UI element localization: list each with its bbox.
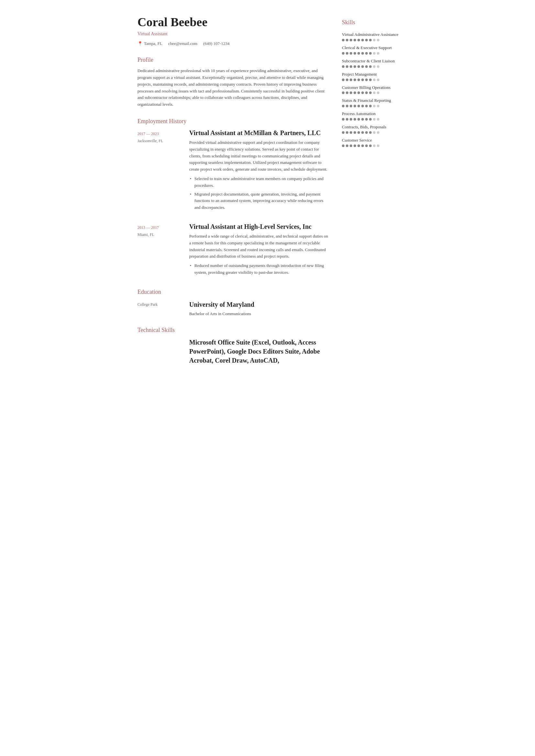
skill-dot (342, 145, 345, 147)
job-1-dates: 2017 — 2023 (137, 131, 189, 137)
job-1-location: Jacksonville, FL (137, 138, 189, 144)
skill-dot (346, 65, 348, 68)
skill-name-2: Subcontractor & Client Liaison (342, 59, 405, 64)
list-item: Migrated project documentation, quote ge… (189, 191, 329, 211)
skill-dot (377, 118, 380, 121)
job-entry-2: 2013 — 2017 Miami, FL Virtual Assistant … (137, 223, 329, 278)
skill-item-2: Subcontractor & Client Liaison (342, 59, 405, 68)
skill-item-7: Contracts, Bids, Proposals (342, 124, 405, 134)
skill-dot (361, 52, 364, 55)
employment-title: Employment History (137, 117, 329, 126)
job-2-right: Virtual Assistant at High-Level Services… (189, 223, 329, 278)
location-item: 📍 Tampa, FL (137, 40, 162, 47)
skill-dots-4 (342, 92, 405, 94)
skill-name-3: Project Management (342, 72, 405, 77)
skill-dot (377, 79, 380, 81)
skill-dot (353, 79, 356, 81)
skill-dot (365, 145, 368, 147)
skill-dot (369, 79, 372, 81)
technical-skills-section: Technical Skills Microsoft Office Suite … (137, 326, 329, 365)
skill-dot (365, 52, 368, 55)
skill-dot (342, 118, 345, 121)
contact-line: 📍 Tampa, FL cbee@email.com (649) 107-123… (137, 40, 329, 47)
skill-dot (342, 39, 345, 41)
job-1-right: Virtual Assistant at McMillan & Partners… (189, 129, 329, 213)
skill-dot (346, 118, 348, 121)
skill-dots-2 (342, 65, 405, 68)
skill-dot (377, 65, 380, 68)
skill-dot (346, 145, 348, 147)
skill-item-4: Customer Billing Operations (342, 85, 405, 94)
skill-dot (350, 79, 352, 81)
skills-list: Virtual Administrative AssistanceClerica… (342, 32, 405, 147)
skill-dot (353, 131, 356, 134)
job-1-left: 2017 — 2023 Jacksonville, FL (137, 129, 189, 213)
edu-1-right: University of Maryland Bachelor of Arts … (189, 300, 329, 317)
skill-dot (365, 79, 368, 81)
skill-dots-0 (342, 39, 405, 41)
education-section: Education College Park University of Mar… (137, 288, 329, 317)
skill-dot (377, 105, 380, 107)
skill-dot (353, 39, 356, 41)
skill-dot (369, 145, 372, 147)
skill-dot (373, 65, 376, 68)
skill-dot (357, 105, 360, 107)
skill-dot (373, 52, 376, 55)
skill-dot (350, 65, 352, 68)
skills-section-title: Skills (342, 18, 405, 27)
candidate-name: Coral Beebee (137, 15, 329, 29)
profile-text: Dedicated administrative professional wi… (137, 68, 329, 108)
skill-dot (369, 65, 372, 68)
skill-dot (373, 131, 376, 134)
skill-dot (365, 39, 368, 41)
skill-dot (346, 52, 348, 55)
skill-dot (357, 92, 360, 94)
skill-dot (361, 92, 364, 94)
skill-dot (373, 92, 376, 94)
tech-text: Microsoft Office Suite (Excel, Outlook, … (189, 338, 329, 365)
skill-dot (361, 131, 364, 134)
skill-dots-8 (342, 145, 405, 147)
skill-dot (361, 145, 364, 147)
job-1-desc: Provided virtual administrative support … (189, 139, 329, 173)
profile-section: Profile Dedicated administrative profess… (137, 56, 329, 108)
job-2-location: Miami, FL (137, 232, 189, 237)
skill-dot (346, 105, 348, 107)
skill-dot (373, 105, 376, 107)
skill-item-3: Project Management (342, 72, 405, 81)
skill-dot (369, 52, 372, 55)
skill-dot (357, 79, 360, 81)
tech-left (137, 338, 189, 365)
skill-item-0: Virtual Administrative Assistance (342, 32, 405, 41)
skill-dots-5 (342, 105, 405, 107)
skill-dot (361, 118, 364, 121)
skill-dot (369, 105, 372, 107)
skill-dot (342, 92, 345, 94)
sidebar: Skills Virtual Administrative Assistance… (342, 15, 413, 374)
job-2-dates: 2013 — 2017 (137, 225, 189, 230)
skill-dot (361, 39, 364, 41)
skill-dots-7 (342, 131, 405, 134)
list-item: Reduced number of outstanding payments t… (189, 262, 329, 276)
header-section: Coral Beebee Virtual Assistant 📍 Tampa, … (137, 15, 329, 46)
edu-1-left: College Park (137, 300, 189, 317)
skill-dot (357, 131, 360, 134)
skill-name-8: Customer Service (342, 138, 405, 143)
skill-dot (350, 52, 352, 55)
skill-dots-3 (342, 79, 405, 81)
skill-dot (365, 65, 368, 68)
skill-dot (357, 145, 360, 147)
list-item: Selected to train new administrative tea… (189, 176, 329, 189)
skill-dot (357, 52, 360, 55)
skill-name-4: Customer Billing Operations (342, 85, 405, 91)
job-1-title: Virtual Assistant at McMillan & Partners… (189, 129, 329, 137)
email-text: cbee@email.com (168, 40, 197, 47)
job-2-left: 2013 — 2017 Miami, FL (137, 223, 189, 278)
skill-dot (377, 145, 380, 147)
skill-item-1: Clerical & Executive Support (342, 45, 405, 55)
skill-dot (350, 118, 352, 121)
skill-dot (346, 92, 348, 94)
skill-dot (357, 118, 360, 121)
skill-dot (369, 92, 372, 94)
skill-dot (361, 79, 364, 81)
